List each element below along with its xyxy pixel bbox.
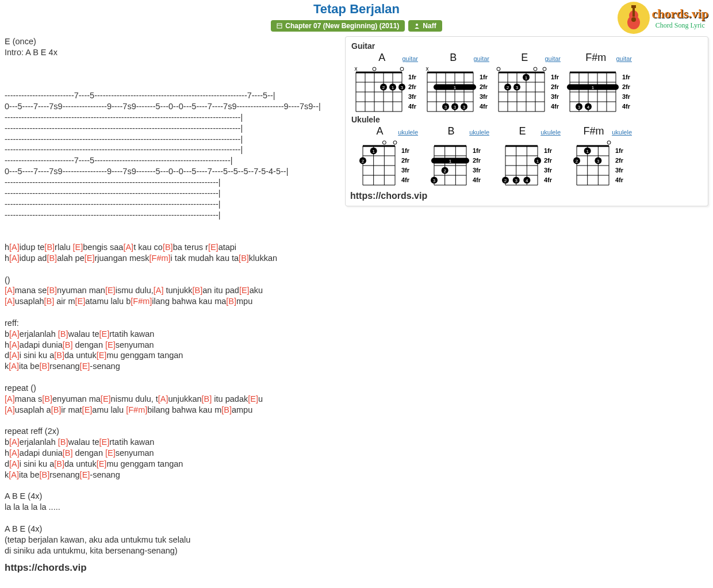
- svg-text:3: 3: [401, 85, 404, 90]
- chord-inline: [A]: [9, 329, 20, 339]
- svg-text:3: 3: [515, 178, 518, 183]
- instrument-link[interactable]: ukulele: [612, 129, 632, 136]
- chord-inline: [B]: [202, 394, 212, 403]
- instrument-link[interactable]: ukulele: [469, 129, 489, 136]
- chord-inline: [E]: [80, 362, 90, 371]
- chord-inline: [E]: [80, 470, 90, 479]
- svg-text:1: 1: [454, 85, 457, 90]
- fret-label: 3fr: [622, 92, 630, 102]
- svg-text:3: 3: [433, 178, 436, 183]
- album-badge[interactable]: Chapter 07 (New Beginning) (2011): [271, 20, 405, 32]
- svg-text:1: 1: [586, 149, 589, 154]
- fret-label: 4fr: [615, 175, 623, 185]
- chord-diagram-E: E ukulele 1234 1fr2fr3fr4fr: [493, 125, 561, 187]
- svg-point-20: [373, 67, 376, 71]
- svg-rect-0: [277, 24, 282, 28]
- chord-diagram-A: A ukulele 12 1fr2fr3fr4fr: [350, 125, 418, 187]
- album-label: Chapter 07 (New Beginning) (2011): [285, 22, 399, 30]
- fret-label: 1fr: [401, 146, 409, 156]
- guitar-icon: [625, 5, 642, 30]
- chord-inline: [B]: [63, 340, 73, 349]
- svg-text:1: 1: [592, 85, 595, 90]
- chord-inline: [E]: [105, 286, 116, 295]
- panel-site-link[interactable]: https://chords.vip: [350, 191, 703, 201]
- svg-text:4: 4: [526, 178, 528, 183]
- chord-name: A: [362, 125, 398, 137]
- svg-text:x: x: [425, 66, 428, 72]
- chord-inline: [B]: [63, 448, 73, 458]
- chord-inline: [B]: [58, 437, 68, 447]
- fret-label: 1fr: [408, 72, 416, 82]
- chord-inline: [B]: [47, 253, 57, 263]
- fret-label: 2fr: [615, 156, 623, 166]
- svg-point-59: [497, 67, 500, 71]
- chord-grid: 123: [494, 64, 549, 114]
- fret-label: 4fr: [401, 175, 409, 185]
- svg-point-5: [631, 17, 636, 22]
- chord-inline: [E]: [105, 340, 116, 349]
- instrument-link[interactable]: ukulele: [398, 129, 418, 136]
- svg-text:2: 2: [507, 85, 509, 90]
- chord-inline: [A]: [9, 253, 20, 263]
- instrument-link[interactable]: ukulele: [540, 129, 561, 136]
- song-title: Tetap Berjalan: [5, 2, 708, 17]
- bottom-site-link[interactable]: https://chords.vip: [5, 562, 338, 574]
- site-logo[interactable]: chords.vip Chord Song Lyric: [618, 2, 708, 34]
- svg-point-95: [393, 141, 397, 144]
- chord-inline: [A]: [9, 459, 20, 468]
- book-icon: [277, 23, 282, 29]
- chord-name: A: [362, 52, 402, 64]
- chord-inline: [B]: [51, 405, 62, 414]
- svg-text:1: 1: [392, 85, 394, 90]
- fret-label: 2fr: [401, 156, 409, 166]
- fret-label: 2fr: [544, 156, 552, 166]
- chord-inline: [E]: [73, 243, 83, 252]
- chord-inline: [B]: [221, 405, 232, 414]
- fret-label: 1fr: [544, 146, 552, 156]
- svg-text:3: 3: [597, 159, 600, 164]
- chord-inline: [B]: [239, 253, 249, 263]
- chord-inline: [B]: [54, 351, 64, 360]
- person-icon: [414, 23, 420, 29]
- chord-inline: [E]: [85, 253, 95, 263]
- fret-label: 2fr: [622, 82, 630, 92]
- chord-inline: [A]: [9, 362, 19, 371]
- chord-inline: [E]: [99, 437, 109, 447]
- chord-inline: [E]: [97, 351, 107, 360]
- artist-badge[interactable]: Naff: [408, 20, 442, 32]
- chord-inline: [A]: [123, 243, 133, 252]
- instrument-link[interactable]: guitar: [473, 55, 489, 62]
- chord-inline: [B]: [39, 470, 49, 479]
- fret-label: 4fr: [551, 102, 559, 112]
- chord-name: E: [504, 125, 540, 137]
- instrument-link[interactable]: guitar: [616, 55, 632, 62]
- svg-text:1: 1: [372, 149, 375, 154]
- fret-label: 3fr: [615, 166, 623, 175]
- svg-text:4: 4: [587, 105, 590, 110]
- chord-inline: [E]: [97, 459, 107, 468]
- svg-point-61: [543, 67, 546, 71]
- chord-inline: [A]: [5, 297, 15, 306]
- instrument-link[interactable]: guitar: [545, 55, 561, 62]
- fret-label: 3fr: [544, 166, 552, 175]
- chord-inline: [A]: [9, 437, 20, 447]
- svg-point-2: [416, 24, 418, 26]
- chord-grid: 1234: [501, 138, 542, 187]
- chord-inline: [E]: [239, 286, 250, 295]
- chord-inline: [B]: [44, 297, 55, 306]
- fret-label: 3fr: [480, 92, 488, 102]
- chord-inline: [E]: [248, 394, 258, 403]
- chord-diagram-Fsharpm: F#m ukulele 123 1fr2fr3fr4fr: [564, 125, 632, 187]
- svg-text:2: 2: [362, 159, 365, 164]
- fret-label: 1fr: [551, 72, 559, 82]
- chord-name: F#m: [576, 125, 612, 137]
- chord-grid: 123: [573, 138, 613, 187]
- instrument-link[interactable]: guitar: [402, 55, 418, 62]
- ukulele-section-label: Ukulele: [351, 115, 703, 124]
- fret-label: 2fr: [408, 82, 416, 92]
- chord-inline: [E]: [75, 297, 86, 306]
- chord-inline: [B]: [226, 297, 236, 306]
- fret-label: 1fr: [615, 146, 623, 156]
- chord-name: B: [433, 52, 473, 64]
- svg-text:3: 3: [516, 85, 519, 90]
